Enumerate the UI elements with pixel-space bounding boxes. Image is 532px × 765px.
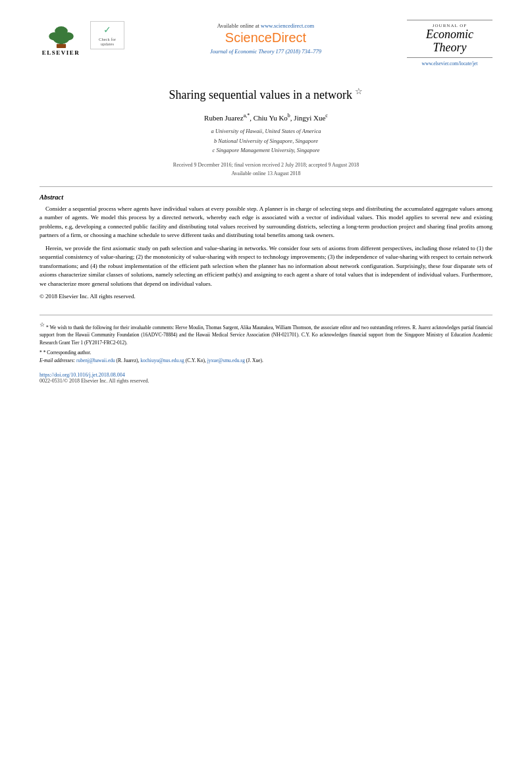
doi-section: https://doi.org/10.1016/j.jet.2018.08.00… bbox=[40, 371, 492, 384]
doi-link[interactable]: https://doi.org/10.1016/j.jet.2018.08.00… bbox=[40, 372, 125, 378]
journal-website: www.elsevier.com/locate/jet bbox=[407, 61, 492, 66]
footnote-section: ☆ * We wish to thank the following for t… bbox=[40, 315, 492, 365]
email-xue[interactable]: jyxue@smu.edu.sg bbox=[207, 357, 245, 363]
footnote-star-text: ☆ * We wish to thank the following for t… bbox=[40, 321, 492, 346]
dates-line1: Received 9 December 2016; final version … bbox=[40, 161, 492, 170]
elsevier-tree-icon bbox=[41, 22, 81, 48]
page: ELSEVIER ✓ Check for updates Available o… bbox=[0, 0, 532, 765]
affiliations: a University of Hawaii, United States of… bbox=[40, 126, 492, 155]
affiliation-c: c Singapore Management University, Singa… bbox=[40, 145, 492, 155]
sciencedirect-url[interactable]: www.sciencedirect.com bbox=[261, 22, 314, 29]
abstract-paragraph-2: Herein, we provide the first axiomatic s… bbox=[40, 244, 492, 289]
abstract-section: Abstract Consider a sequential process w… bbox=[40, 194, 492, 302]
sciencedirect-logo: ScienceDirect bbox=[225, 30, 306, 45]
journal-title-box: JOURNAL OF EconomicTheory bbox=[407, 20, 492, 58]
corresponding-note: * * Corresponding author. bbox=[40, 349, 492, 357]
email-label: E-mail addresses: bbox=[40, 357, 75, 363]
copyright: © 2018 Elsevier Inc. All rights reserved… bbox=[40, 292, 492, 302]
divider-top bbox=[40, 186, 492, 187]
header: ELSEVIER ✓ Check for updates Available o… bbox=[40, 20, 492, 66]
paper-title-section: Sharing sequential values in a network ☆ bbox=[40, 86, 492, 102]
email-line: E-mail addresses: rubenj@hawaii.edu (R. … bbox=[40, 357, 492, 365]
elsevier-logo: ELSEVIER bbox=[40, 20, 82, 56]
svg-rect-5 bbox=[56, 44, 65, 48]
dates: Received 9 December 2016; final version … bbox=[40, 161, 492, 178]
abstract-paragraph-1: Consider a sequential process where agen… bbox=[40, 205, 492, 240]
dates-line2: Available online 13 August 2018 bbox=[40, 169, 492, 178]
issn: 0022-0531/© 2018 Elsevier Inc. All right… bbox=[40, 378, 492, 384]
economic-theory-title: EconomicTheory bbox=[411, 28, 489, 55]
journal-ref: Journal of Economic Theory 177 (2018) 73… bbox=[210, 48, 321, 55]
affiliation-b: b National University of Singapore, Sing… bbox=[40, 136, 492, 145]
header-left: ELSEVIER ✓ Check for updates bbox=[40, 20, 124, 56]
header-center: Available online at www.sciencedirect.co… bbox=[124, 20, 407, 55]
email-juarez[interactable]: rubenj@hawaii.edu bbox=[76, 357, 115, 363]
check-icon: ✓ bbox=[103, 24, 111, 36]
paper-title: Sharing sequential values in a network ☆ bbox=[40, 86, 492, 102]
check-updates-label: Check for updates bbox=[95, 37, 120, 46]
abstract-text: Consider a sequential process where agen… bbox=[40, 205, 492, 302]
affiliation-a: a University of Hawaii, United States of… bbox=[40, 126, 492, 136]
svg-point-4 bbox=[55, 26, 68, 36]
abstract-title: Abstract bbox=[40, 194, 492, 201]
header-right: JOURNAL OF EconomicTheory www.elsevier.c… bbox=[407, 20, 492, 66]
email-ko[interactable]: kochiuyu@nus.edu.sg bbox=[140, 357, 184, 363]
elsevier-text: ELSEVIER bbox=[42, 49, 80, 56]
title-star: ☆ bbox=[355, 86, 363, 96]
check-updates-box: ✓ Check for updates bbox=[90, 21, 124, 49]
authors: Ruben Juareza,*, Chiu Yu Kob, Jingyi Xue… bbox=[40, 113, 492, 122]
available-online: Available online at www.sciencedirect.co… bbox=[217, 22, 314, 29]
